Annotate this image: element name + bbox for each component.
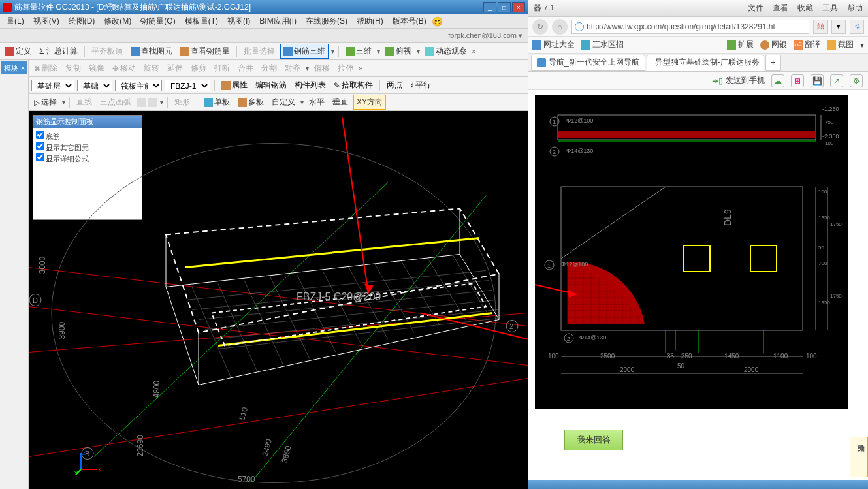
main-menubar: 量(L) 视图(V) 绘图(D) 修改(M) 钢筋量(Q) 模板量(T) 视图(… xyxy=(0,14,528,29)
browser-tab-question[interactable]: 异型独立基础绘制-广联达服务 × xyxy=(647,55,764,71)
delete-button[interactable]: ✖ 删除 xyxy=(31,61,60,75)
arc3-tool[interactable]: 三点画弧 xyxy=(97,95,134,109)
minimize-button[interactable]: _ xyxy=(483,2,496,12)
home-button[interactable]: ⌂ xyxy=(552,19,568,35)
align-slab-button[interactable]: 平齐板顶 xyxy=(89,44,125,58)
view-rebar-qty-button[interactable]: 查看钢筋量 xyxy=(178,44,233,58)
3d-dropdown[interactable]: ▾ xyxy=(377,48,380,55)
sum-calc-button[interactable]: Σ 汇总计算 xyxy=(37,44,80,58)
grid-icon[interactable]: ⊞ xyxy=(791,74,804,87)
topview-dropdown[interactable]: ▾ xyxy=(417,48,420,55)
browser-menu-file[interactable]: 文件 xyxy=(748,3,764,14)
answer-button[interactable]: 我来回答 xyxy=(564,430,623,450)
break-button[interactable]: 打断 xyxy=(212,61,233,75)
vert-button[interactable]: 垂直 xyxy=(330,95,351,109)
browser-menu-tools[interactable]: 工具 xyxy=(822,3,838,14)
mirror-button[interactable]: 镜像 xyxy=(86,61,107,75)
define-button[interactable]: 定义 xyxy=(3,44,34,58)
scene-3d[interactable]: FBZJ-5 C20@200 3000 3900 4800 23690 510 … xyxy=(29,111,528,489)
save-icon[interactable]: 💾 xyxy=(811,74,824,87)
rebar-3d-dropdown[interactable]: ▾ xyxy=(331,48,334,55)
menu-help[interactable]: 帮助(H) xyxy=(353,14,387,28)
addon-1[interactable]: 囍 xyxy=(813,20,828,34)
user-email[interactable]: forpk.chen@163.com ▾ xyxy=(448,31,522,40)
select-tool[interactable]: ▷ 选择 xyxy=(31,95,59,109)
cloud-icon[interactable]: ☁ xyxy=(771,74,784,87)
tab-close-icon[interactable]: × xyxy=(764,58,764,67)
addon-sync[interactable]: ↯ xyxy=(850,20,864,34)
edit-overflow[interactable]: » xyxy=(359,65,362,72)
menu-liang[interactable]: 量(L) xyxy=(3,14,28,28)
align-button[interactable]: 对齐 xyxy=(282,61,303,75)
member-list-button[interactable]: 构件列表 xyxy=(292,78,329,92)
addon-dropdown[interactable]: ▾ xyxy=(831,20,846,34)
stretch-button[interactable]: 拉伸 xyxy=(335,61,356,75)
new-tab-button[interactable]: + xyxy=(765,55,781,71)
horiz-button[interactable]: 水平 xyxy=(306,95,327,109)
toolbar-overflow[interactable]: » xyxy=(472,48,476,55)
menu-draw[interactable]: 绘图(D) xyxy=(65,14,99,28)
menu-bim[interactable]: BIM应用(I) xyxy=(255,14,300,28)
bm-bank[interactable]: 网银 xyxy=(760,39,787,50)
browser-menu-view[interactable]: 查看 xyxy=(773,3,788,14)
side-tab-close-icon[interactable]: × xyxy=(21,64,25,72)
browser-tab-nav[interactable]: 导航_新一代安全上网导航 xyxy=(531,55,645,71)
send-to-phone-button[interactable]: ➜▯发送到手机 xyxy=(712,75,765,86)
rotate-button[interactable]: 旋转 xyxy=(141,61,162,75)
bookmarks-bar: 网址大全 三水区招 扩展 网银 Aa翻译 截图 ▾ xyxy=(528,37,868,54)
browser-menu-help[interactable]: 帮助 xyxy=(847,3,863,14)
menu-template-qty[interactable]: 模板量(T) xyxy=(181,14,222,28)
multi-slab-button[interactable]: 多板 xyxy=(235,95,266,109)
bm-all[interactable]: 网址大全 xyxy=(532,39,575,50)
pick-member-button[interactable]: ✎ 拾取构件 xyxy=(331,78,376,92)
line-tool[interactable]: 直线 xyxy=(74,95,95,109)
maximize-button[interactable]: □ xyxy=(498,2,511,12)
close-button[interactable]: × xyxy=(512,2,525,12)
bm-overflow[interactable]: ▾ xyxy=(860,40,864,50)
bm-site1[interactable]: 三水区招 xyxy=(581,39,624,50)
dynamic-view-button[interactable]: 动态观察 xyxy=(423,44,470,58)
xy-dir-button[interactable]: XY方向 xyxy=(353,95,386,110)
edit-rebar-button[interactable]: 编辑钢筋 xyxy=(253,78,289,92)
url-input[interactable]: http://www.fwxgx.com/question/gimq/detai… xyxy=(571,20,809,34)
rebar-3d-button[interactable]: 钢筋三维 xyxy=(280,44,329,59)
refresh-button[interactable]: ↻ xyxy=(532,19,548,35)
menu-view[interactable]: 视图(V) xyxy=(29,14,63,28)
layer-select[interactable]: 基础层 xyxy=(31,80,74,91)
menu-version[interactable]: 版本号(B) xyxy=(389,14,430,28)
merge-button[interactable]: 合并 xyxy=(235,61,256,75)
menu-rebar-qty[interactable]: 钢筋量(Q) xyxy=(137,14,179,28)
bm-translate[interactable]: Aa翻译 xyxy=(794,39,820,50)
bm-screenshot[interactable]: 截图 xyxy=(827,39,854,50)
extend-button[interactable]: 延伸 xyxy=(165,61,185,75)
move-button[interactable]: ✥ 移动 xyxy=(110,61,138,75)
trim-button[interactable]: 修剪 xyxy=(188,61,209,75)
split-button[interactable]: 分割 xyxy=(259,61,280,75)
bm-extensions[interactable]: 扩展 xyxy=(727,39,754,50)
side-tab-module[interactable]: 模块× xyxy=(1,61,27,74)
menu-view2[interactable]: 视图(I) xyxy=(223,14,254,28)
find-element-button[interactable]: 查找图元 xyxy=(128,44,175,58)
browser-menu-fav[interactable]: 收藏 xyxy=(797,3,813,14)
props-button[interactable]: 属性 xyxy=(219,78,250,92)
category-select[interactable]: 基础 xyxy=(77,80,112,91)
browser-page-content[interactable]: 1 Φ12@100 2 Φ14@130 -1.250 -2.300 750 10… xyxy=(528,90,868,489)
batch-select-button[interactable]: 批量选择 xyxy=(241,44,278,58)
3d-viewport[interactable]: 钢筋显示控制面板 底筋 显示其它图元 显示详细公式 xyxy=(29,111,528,489)
menu-online[interactable]: 在线服务(S) xyxy=(302,14,351,28)
subcategory-select[interactable]: 筏板主筋 xyxy=(115,80,162,91)
single-slab-button[interactable]: 单板 xyxy=(201,95,233,109)
member-select[interactable]: FBZJ-1 xyxy=(165,80,210,91)
two-point-button[interactable]: 两点 xyxy=(384,78,405,92)
custom-button[interactable]: 自定义 xyxy=(269,95,298,109)
share-icon[interactable]: ↗ xyxy=(830,74,843,87)
offset-button[interactable]: 偏移 xyxy=(312,61,332,75)
parallel-button[interactable]: ♯ 平行 xyxy=(408,78,434,92)
settings-icon[interactable]: ⚙ xyxy=(850,74,863,87)
svg-point-0 xyxy=(52,144,496,483)
menu-modify[interactable]: 修改(M) xyxy=(100,14,135,28)
rect-tool[interactable]: 矩形 xyxy=(172,95,193,109)
copy-button[interactable]: 复制 xyxy=(63,61,84,75)
3d-view-button[interactable]: 三维 xyxy=(343,44,374,58)
top-view-button[interactable]: 俯视 xyxy=(383,44,414,58)
